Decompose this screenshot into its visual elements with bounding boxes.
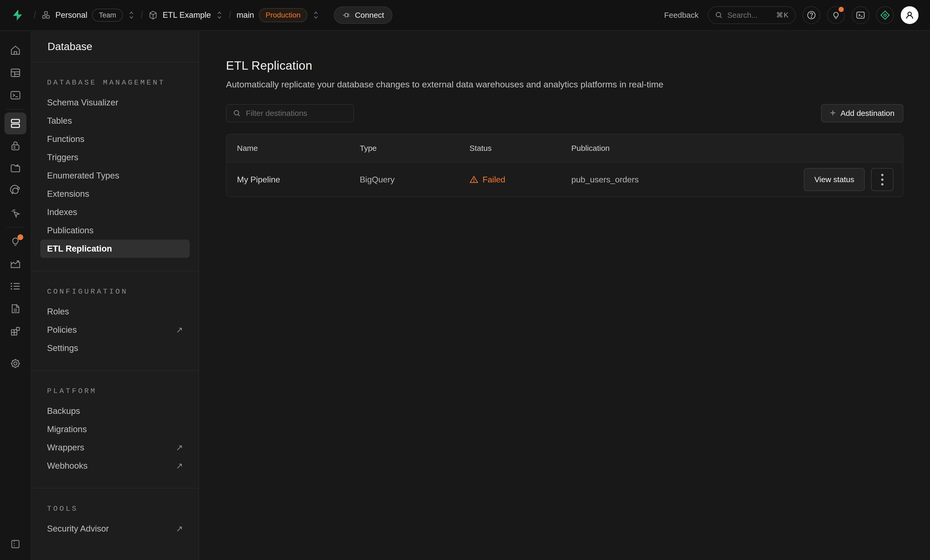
sidebar-item-extensions[interactable]: Extensions (40, 185, 189, 203)
destinations-table: Name Type Status Publication My Pipeline… (226, 134, 903, 197)
nav-sql-editor-button[interactable] (0, 84, 31, 106)
plug-icon (342, 11, 351, 19)
breadcrumb-separator: / (34, 10, 36, 21)
sidebar-divider (31, 271, 199, 272)
external-link-icon: ↗ (176, 524, 183, 534)
toolbar: + Add destination (226, 104, 903, 123)
settings-gear-icon (9, 357, 22, 370)
project-name[interactable]: ETL Example (163, 11, 211, 20)
home-icon (9, 44, 22, 56)
column-header-status: Status (459, 144, 561, 153)
sidebar-section-label: DATABASE MANAGEMENT (47, 78, 183, 87)
sidebar-item-roles[interactable]: Roles (40, 302, 189, 321)
breadcrumb-org[interactable]: Personal Team (41, 9, 135, 21)
sidebar-item-functions[interactable]: Functions (40, 130, 189, 148)
sidebar-item-label: Roles (47, 307, 69, 316)
filter-destinations-field[interactable] (226, 104, 354, 123)
realtime-cursor-icon (9, 207, 22, 219)
sidebar-item-label: Security Advisor (47, 524, 109, 534)
nav-edge-functions-button[interactable] (0, 180, 31, 202)
help-button[interactable] (802, 6, 820, 24)
rail-divider (6, 109, 25, 110)
branch-switcher-chevron-icon[interactable] (312, 11, 320, 20)
sidebar-item-label: Extensions (47, 189, 89, 199)
search-icon (715, 11, 723, 19)
sidebar-item-schema-visualizer[interactable]: Schema Visualizer (40, 94, 189, 112)
sidebar-item-backups[interactable]: Backups (40, 402, 189, 420)
row-actions: View status (804, 168, 903, 191)
sidebar-title: Database (31, 31, 199, 62)
row-menu-button[interactable] (871, 168, 893, 191)
sidebar-section-label: CONFIGURATION (47, 288, 183, 296)
connect-label: Connect (355, 11, 384, 20)
sidebar-item-policies[interactable]: Policies↗ (40, 321, 189, 339)
sidebar-item-label: Tables (47, 116, 72, 126)
project-switcher-chevron-icon[interactable] (216, 11, 223, 20)
view-status-button[interactable]: View status (804, 168, 865, 191)
sidebar-nav: DATABASE MANAGEMENTSchema VisualizerTabl… (31, 62, 199, 538)
nav-table-editor-button[interactable] (0, 61, 31, 84)
breadcrumb-branch[interactable]: main Production (236, 8, 320, 22)
supabase-logo-icon[interactable] (11, 9, 23, 21)
connect-button[interactable]: Connect (334, 6, 393, 24)
column-header-name: Name (226, 144, 349, 153)
sidebar-item-security-advisor[interactable]: Security Advisor↗ (40, 520, 189, 538)
breadcrumb-project[interactable]: ETL Example (148, 11, 223, 20)
sidebar-item-label: ETL Replication (47, 244, 112, 254)
external-link-icon: ↗ (176, 461, 183, 471)
nav-realtime-button[interactable] (0, 202, 31, 224)
sidebar-item-label: Enumerated Types (47, 171, 119, 181)
sidebar-item-wrappers[interactable]: Wrappers↗ (40, 439, 189, 457)
sidebar-item-label: Indexes (47, 207, 77, 217)
nav-api-docs-button[interactable] (0, 298, 31, 320)
sidebar-item-webhooks[interactable]: Webhooks↗ (40, 457, 189, 475)
nav-integrations-button[interactable] (0, 320, 31, 342)
global-search[interactable]: Search... ⌘K (708, 6, 796, 24)
user-avatar[interactable] (901, 6, 919, 24)
org-name[interactable]: Personal (55, 11, 87, 20)
nav-advisors-button[interactable] (0, 230, 31, 253)
database-icon (9, 117, 22, 129)
ai-assistant-button[interactable] (876, 6, 894, 24)
nav-storage-button[interactable] (0, 157, 31, 180)
org-switcher-chevron-icon[interactable] (128, 11, 135, 20)
nav-settings-button[interactable] (0, 352, 31, 375)
sidebar-item-settings[interactable]: Settings (40, 339, 189, 357)
sidebar-item-migrations[interactable]: Migrations (40, 420, 189, 439)
nav-logs-button[interactable] (0, 275, 31, 298)
collapse-sidebar-button[interactable] (0, 533, 31, 555)
sidebar-section-label: TOOLS (47, 505, 183, 513)
nav-database-button[interactable] (0, 112, 31, 135)
branch-name[interactable]: main (236, 11, 254, 20)
active-nav-highlight (5, 112, 26, 134)
nav-home-button[interactable] (0, 39, 31, 61)
sidebar-item-label: Functions (47, 134, 85, 144)
sidebar-item-enumerated-types[interactable]: Enumerated Types (40, 166, 189, 185)
add-destination-button[interactable]: + Add destination (821, 104, 903, 123)
kebab-icon (881, 174, 884, 186)
terminal-icon (856, 10, 865, 20)
sidebar-item-publications[interactable]: Publications (40, 221, 189, 239)
sidebar-item-label: Wrappers (47, 443, 84, 453)
warning-icon (470, 175, 478, 184)
rail-divider (6, 227, 25, 227)
sidebar-item-etl-replication[interactable]: ETL Replication (40, 239, 189, 258)
sidebar-item-tables[interactable]: Tables (40, 112, 189, 130)
notifications-button[interactable] (827, 6, 845, 24)
column-header-type: Type (349, 144, 459, 153)
cli-button[interactable] (851, 6, 869, 24)
plus-icon: + (830, 108, 836, 118)
sidebar-item-indexes[interactable]: Indexes (40, 203, 189, 221)
lightbulb-icon (831, 10, 841, 20)
filter-destinations-input[interactable] (246, 109, 347, 118)
external-link-icon: ↗ (176, 325, 183, 335)
sidebar-divider (31, 488, 199, 488)
search-shortcut: ⌘K (776, 11, 789, 19)
nav-reports-button[interactable] (0, 253, 31, 275)
breadcrumb-separator: / (141, 10, 143, 21)
sidebar-item-triggers[interactable]: Triggers (40, 148, 189, 166)
nav-auth-button[interactable] (0, 135, 31, 157)
table-row[interactable]: My Pipeline BigQuery Failed pub_users_or… (226, 162, 903, 196)
feedback-button[interactable]: Feedback (661, 11, 701, 20)
table-editor-icon (9, 67, 22, 79)
